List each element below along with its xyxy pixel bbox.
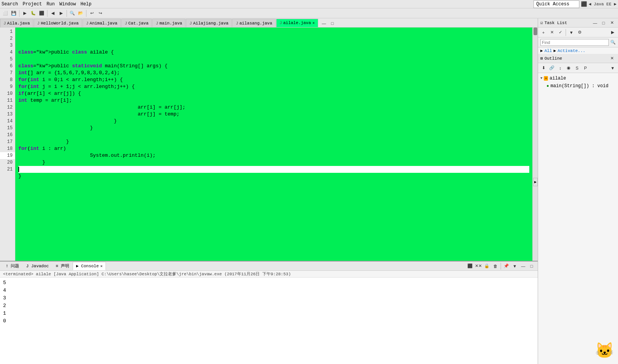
maximize-editor-button[interactable]: □ [329, 20, 336, 27]
back-button[interactable]: ◀ [49, 10, 57, 17]
open-button[interactable]: 📂 [77, 10, 85, 17]
tab-aila[interactable]: J Aila.java [0, 19, 33, 27]
tree-class-name: ailale [550, 76, 566, 81]
outline-tree[interactable]: ▼ ● ailale ● main(String[]) : void [538, 73, 618, 364]
outline-label: Outline [545, 56, 562, 61]
editor-scrollbar[interactable] [532, 28, 538, 261]
console-line: 0 [3, 317, 535, 325]
btab-declaration[interactable]: ≡ 声明 [52, 262, 73, 270]
minimize-console-button[interactable]: — [519, 262, 527, 270]
console-scroll-lock-button[interactable]: 🔒 [483, 262, 491, 270]
task-settings-button[interactable]: ⚙ [576, 29, 584, 36]
java-ee-label[interactable]: ◀ Java EE ▶ [589, 2, 616, 6]
tab-close-ailale[interactable]: ✕ [312, 21, 315, 25]
outline-close-button[interactable]: ✕ [608, 55, 616, 62]
tab-animal[interactable]: J Animal.java [83, 19, 121, 27]
code-line-21 [18, 180, 529, 187]
tab-helloworld[interactable]: J HelloWorld.java [34, 19, 82, 27]
outline-sort-button[interactable]: ↕ [556, 64, 564, 72]
tab-cat[interactable]: J Cat.java [121, 19, 152, 27]
task-delete-button[interactable]: ✕ [548, 29, 556, 36]
console-close-all-button[interactable]: ✕✕ [475, 262, 482, 270]
line-number-17: 17 [0, 138, 15, 145]
tab-ailajiang[interactable]: J Ailajiang.java [186, 19, 232, 27]
java-icon-ailasang: J [236, 21, 238, 26]
outline-hide-fields[interactable]: ◉ [565, 64, 572, 72]
tab-ailale[interactable]: J ailale.java ✕ [276, 19, 318, 27]
activate-link[interactable]: Activate... [558, 49, 585, 53]
console-close-button[interactable]: ✕ [100, 264, 102, 268]
task-new-button[interactable]: + [540, 29, 547, 36]
problems-label: 问题 [11, 263, 19, 269]
outline-link-editor[interactable]: 🔗 [548, 64, 556, 72]
forward-button[interactable]: ▶ [57, 10, 65, 17]
line-numbers: 123456789101112131415161718192021 [0, 28, 15, 261]
task-list-minimize[interactable]: — [591, 19, 599, 27]
console-line: 2 [3, 302, 535, 310]
btab-console[interactable]: ▶ Console ✕ [73, 262, 106, 270]
search-button[interactable]: 🔍 [68, 10, 76, 17]
menu-run[interactable]: Run [47, 2, 55, 7]
new-button[interactable]: ⬜ [2, 10, 9, 17]
code-line-13: } [18, 125, 529, 132]
maximize-console-button[interactable]: □ [528, 262, 535, 270]
task-complete-button[interactable]: ✓ [556, 29, 564, 36]
perspective-switch-icon: ⬛ [581, 1, 587, 7]
scrollbar-thumb[interactable] [533, 28, 537, 35]
outline-header: ⊞ Outline ✕ [538, 54, 618, 63]
console-pin-button[interactable]: 📌 [503, 262, 510, 270]
run-button[interactable]: ▶ [21, 10, 29, 17]
tb-separator-1 [19, 10, 20, 17]
code-line-6: for(int i = 0;i < arr.length;i++) { [18, 76, 529, 83]
btab-problems[interactable]: ! 问题 [2, 262, 23, 270]
stop-button[interactable]: ⬛ [38, 10, 46, 17]
right-collapse-button[interactable]: ▶ [533, 178, 538, 186]
console-stop-button[interactable]: ⬛ [466, 262, 474, 270]
find-search-button[interactable]: 🔍 [610, 40, 616, 45]
outline-collapse-all[interactable]: ⬇ [540, 64, 547, 72]
outline-panel-menu[interactable]: ▼ [609, 64, 616, 72]
save-button[interactable]: 💾 [10, 10, 18, 17]
find-all-link[interactable]: All [545, 49, 552, 53]
line-number-9: 9 [0, 83, 15, 90]
task-collapse-button[interactable]: ▶ [609, 29, 616, 36]
code-line-4: class="kw">public static void main(Strin… [18, 63, 529, 70]
declaration-icon: ≡ [56, 264, 59, 268]
console-output[interactable]: 543210 [0, 278, 538, 364]
tab-main[interactable]: J main.java [152, 19, 185, 27]
find-input[interactable] [540, 39, 609, 46]
code-editor[interactable]: 123456789101112131415161718192021 class=… [0, 28, 538, 261]
code-line-3 [18, 56, 529, 63]
code-content[interactable]: class="kw">public class ailale { class="… [15, 28, 532, 187]
task-filter-button[interactable]: ▼ [568, 29, 575, 36]
console-menu-button[interactable]: ▼ [511, 262, 519, 270]
menu-window[interactable]: Window [59, 2, 76, 7]
console-clear-button[interactable]: 🗑 [491, 262, 499, 270]
outline-hide-static[interactable]: S [573, 64, 581, 72]
task-list-close[interactable]: ✕ [608, 19, 616, 27]
quick-access-box[interactable]: Quick Access [533, 0, 579, 8]
line-number-21: 21 [0, 166, 15, 173]
minimize-editor-button[interactable]: — [320, 20, 328, 27]
line-number-4: 4 [0, 49, 15, 56]
tab-ailasang[interactable]: J ailasang.java [232, 19, 275, 27]
outline-hide-nonpublic[interactable]: P [582, 64, 589, 72]
menu-help[interactable]: Help [80, 2, 91, 7]
btab-javadoc[interactable]: J Javadoc [23, 262, 52, 270]
line-number-11: 11 [0, 97, 15, 104]
tab-label-animal: Animal.java [89, 21, 117, 26]
cursor-blink [18, 167, 19, 172]
tree-item-class[interactable]: ▼ ● ailale [540, 75, 616, 82]
debug-button[interactable]: 🐛 [29, 10, 37, 17]
tb-separator-2 [47, 10, 47, 17]
tb-separator-4 [86, 10, 86, 17]
tree-item-method[interactable]: ● main(String[]) : void [540, 82, 616, 90]
task-list-maximize[interactable]: □ [600, 19, 607, 27]
menu-project[interactable]: Project [23, 2, 42, 7]
redo-button[interactable]: ↪ [96, 10, 104, 17]
code-line-17: System.out.println(i); [18, 152, 529, 159]
undo-button[interactable]: ↩ [88, 10, 96, 17]
code-area[interactable]: class="kw">public class ailale { class="… [15, 28, 532, 261]
console-line: 3 [3, 294, 535, 302]
menu-search[interactable]: Search [2, 2, 18, 7]
